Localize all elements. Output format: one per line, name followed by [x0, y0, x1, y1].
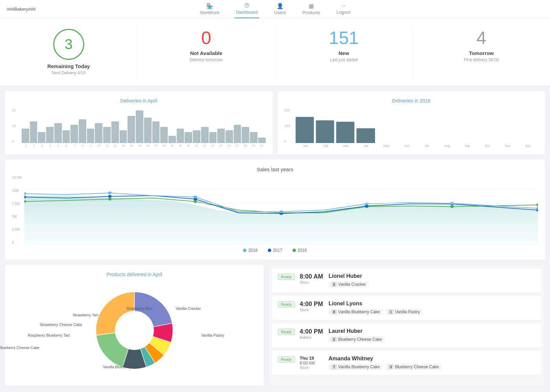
delivery-products: 8 Vanilla Blueberry Cake 1 Vanilla Pastr… [329, 309, 536, 315]
legend-2016-dot [293, 249, 296, 252]
sales-legend: 2018 2017 2016 [12, 248, 538, 253]
delivery-time: Thu 198:00 AM Store [300, 356, 324, 370]
stat-tomorrow: 4 Tomorrow First delivery 08:00 [413, 25, 550, 79]
svg-point-18 [365, 203, 368, 205]
delivery-info: Laurel Huber 2 Blueberry Cheese Cake [329, 328, 536, 342]
delivery-item: Ready 4:00 PM Store Lionel Lyons 8 Vanil… [272, 296, 541, 320]
pie-container: Blueberry Cheese CakeRaspberry Blueberry… [12, 282, 257, 379]
delivery-time: 8:00 AM Store [300, 273, 324, 284]
svg-point-14 [24, 192, 26, 195]
storefront-icon: 🏪 [206, 3, 213, 9]
stat-remaining-label: Remaining Today [7, 63, 130, 69]
nav-products-label: Products [302, 10, 320, 15]
legend-2018-dot [243, 249, 246, 252]
stat-new-sub: Last just added [282, 57, 406, 62]
product-qty: 2 [331, 282, 337, 287]
navigation: ###Bakery### 🏪 Storefront ⏱ Dashboard 👤 … [0, 0, 550, 19]
svg-point-6 [536, 204, 538, 206]
legend-2018: 2018 [243, 248, 257, 253]
delivery-info: Lionel Huber 2 Vanilla Cracker [329, 273, 536, 287]
legend-2017: 2017 [268, 248, 282, 253]
delivery-info: Amanda Whitney 7 Vanilla Blueberry Cake … [329, 356, 536, 370]
product-qty: 1 [388, 309, 394, 314]
chart-april-title: Deliveries in April [12, 98, 266, 104]
chart-2018: Deliveries in 2018 2001000 JanFebMarAprM… [278, 91, 545, 154]
nav-storefront-label: Storefront [200, 10, 219, 15]
deliveries-list: Ready 8:00 AM Store Lionel Huber 2 Vanil… [269, 265, 545, 385]
nav-users[interactable]: 👤 Users [273, 0, 287, 18]
product-name: Vanilla Blueberry Cake [338, 364, 380, 369]
delivery-products: 2 Blueberry Cheese Cake [329, 336, 536, 342]
products-icon: ▦ [309, 3, 314, 9]
delivery-name: Amanda Whitney [329, 356, 536, 362]
sales-chart-title: Sales last years [12, 166, 538, 172]
nav-logout-label: Logout [337, 10, 350, 15]
logout-icon: → [341, 3, 346, 9]
svg-point-20 [536, 207, 538, 210]
legend-2016-label: 2016 [298, 248, 307, 253]
brand: ###Bakery### [7, 7, 36, 12]
product-name: Blueberry Cheese Cake [395, 364, 439, 369]
stat-remaining: 3 Remaining Today Next Delivery 4/19 [0, 25, 138, 79]
ready-badge: Ready [278, 301, 295, 307]
nav-products[interactable]: ▦ Products [301, 0, 321, 18]
legend-2017-dot [268, 249, 271, 252]
product-name: Vanilla Blueberry Cake [338, 309, 380, 314]
product-tag: 1 Vanilla Pastry [385, 309, 423, 315]
legend-2016: 2016 [293, 248, 307, 253]
product-name: Blueberry Cheese Cake [338, 337, 382, 342]
stat-tomorrow-number: 4 [420, 29, 543, 47]
dashboard-icon: ⏱ [244, 3, 250, 9]
legend-2018-label: 2018 [248, 248, 257, 253]
stat-remaining-number: 3 [53, 29, 84, 60]
bottom-section: Products delivered in April Blueberry Ch… [5, 265, 545, 385]
stat-tomorrow-label: Tomorrow [420, 50, 543, 56]
stat-notavail-label: Not Available [144, 50, 268, 56]
svg-point-16 [194, 196, 197, 198]
delivery-item: Ready Thu 198:00 AM Store Amanda Whitney… [272, 351, 541, 375]
delivery-time: 4:00 PM Bakery [300, 328, 324, 339]
delivery-time: 4:00 PM Store [300, 301, 324, 312]
product-tag: 2 Blueberry Cheese Cake [329, 336, 385, 342]
sales-chart: Sales last years 12.5M10M7.5M5M2.5M0 [5, 160, 545, 260]
svg-point-5 [450, 205, 454, 208]
product-qty: 3 [388, 364, 394, 369]
svg-point-1 [108, 198, 112, 200]
ready-badge: Ready [278, 356, 295, 362]
product-tag: 3 Blueberry Cheese Cake [385, 364, 442, 370]
delivery-products: 2 Vanilla Cracker [329, 281, 536, 287]
chart-april: Deliveries in April 20100 12345678910111… [5, 91, 273, 154]
stat-notavail-sub: Delivery tomorrow [144, 57, 268, 62]
product-qty: 2 [331, 337, 337, 342]
product-qty: 7 [331, 364, 337, 369]
nav-logout[interactable]: → Logout [335, 0, 352, 18]
nav-dashboard[interactable]: ⏱ Dashboard [234, 0, 259, 18]
chart-2018-title: Deliveries in 2018 [285, 98, 538, 104]
nav-items: 🏪 Storefront ⏱ Dashboard 👤 Users ▦ Produ… [198, 0, 352, 18]
svg-point-8 [108, 195, 112, 198]
nav-users-label: Users [274, 10, 286, 15]
legend-2017-label: 2017 [273, 248, 282, 253]
product-tag: 8 Vanilla Blueberry Cake [329, 309, 383, 315]
delivery-name: Lionel Lyons [329, 301, 536, 307]
product-qty: 8 [331, 309, 337, 314]
nav-dashboard-label: Dashboard [236, 10, 258, 15]
stat-new: 151 New Last just added [275, 25, 413, 79]
svg-point-17 [279, 210, 283, 213]
stat-new-label: New [282, 50, 406, 56]
stat-new-number: 151 [282, 29, 406, 47]
delivery-name: Lionel Huber [329, 273, 536, 279]
svg-point-15 [108, 192, 112, 194]
ready-badge: Ready [278, 274, 295, 280]
svg-point-2 [194, 200, 197, 203]
product-tag: 7 Vanilla Blueberry Cake [329, 364, 383, 370]
stat-notavail-number: 0 [144, 29, 268, 47]
nav-storefront[interactable]: 🏪 Storefront [198, 0, 221, 18]
pie-chart-box: Products delivered in April Blueberry Ch… [5, 265, 264, 385]
stat-notavail: 0 Not Available Delivery tomorrow [138, 25, 275, 79]
pie-chart-title: Products delivered in April [12, 272, 257, 277]
product-name: Vanilla Pastry [395, 309, 420, 314]
product-name: Vanilla Cracker [338, 282, 366, 287]
top-charts: Deliveries in April 20100 12345678910111… [5, 91, 545, 154]
product-tag: 2 Vanilla Cracker [329, 281, 369, 287]
